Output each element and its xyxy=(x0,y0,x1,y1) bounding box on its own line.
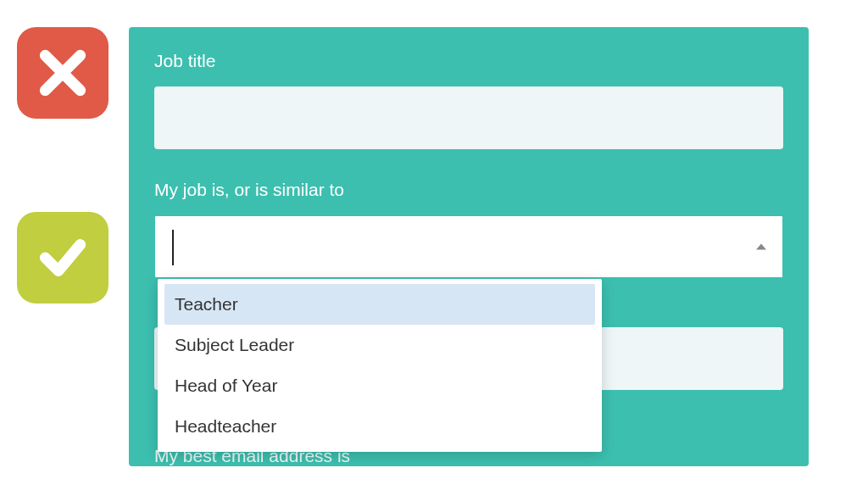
check-indicator xyxy=(17,212,108,303)
indicator-column xyxy=(17,27,108,303)
dropdown-option[interactable]: Headteacher xyxy=(158,406,602,447)
dropdown-option[interactable]: Teacher xyxy=(164,284,595,325)
form-panel: Job title My job is, or is similar to Te… xyxy=(129,27,809,466)
dropdown-option[interactable]: Subject Leader xyxy=(158,325,602,365)
text-cursor xyxy=(172,230,174,265)
check-icon xyxy=(36,231,89,284)
job-similar-dropdown: Teacher Subject Leader Head of Year Head… xyxy=(158,279,602,452)
job-title-input[interactable] xyxy=(154,86,783,149)
job-similar-combobox[interactable]: Teacher Subject Leader Head of Year Head… xyxy=(154,215,783,278)
chevron-up-icon[interactable] xyxy=(756,244,766,250)
job-title-label: Job title xyxy=(154,51,783,71)
dropdown-option[interactable]: Head of Year xyxy=(158,365,602,406)
page-wrapper: Job title My job is, or is similar to Te… xyxy=(0,0,868,490)
cross-indicator xyxy=(17,27,108,119)
job-similar-input[interactable] xyxy=(154,215,783,278)
cross-icon xyxy=(36,47,89,99)
job-similar-label: My job is, or is similar to xyxy=(154,180,783,200)
